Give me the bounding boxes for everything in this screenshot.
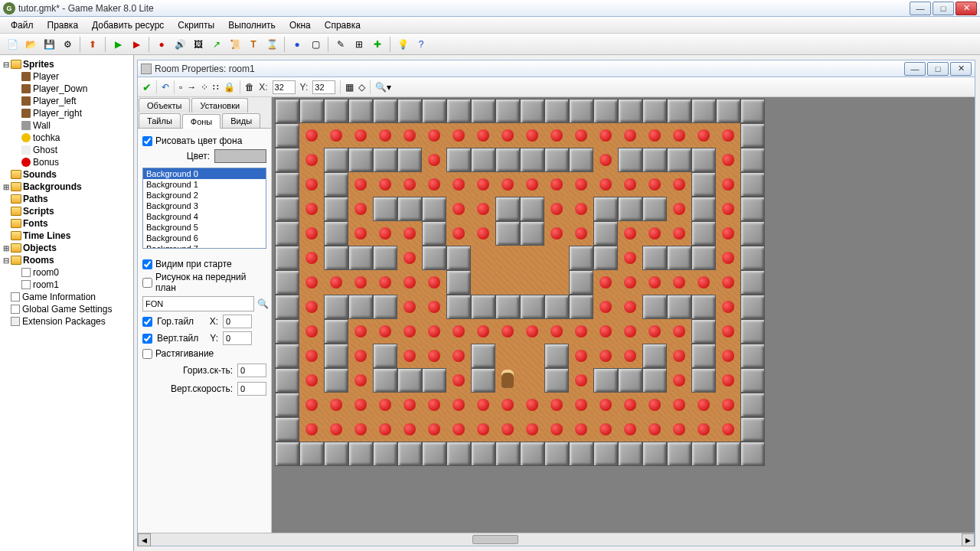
- map-cell[interactable]: [593, 221, 618, 246]
- tree-sprite-item[interactable]: Wall: [2, 119, 132, 132]
- map-cell[interactable]: [422, 270, 446, 295]
- map-cell[interactable]: [397, 99, 422, 123]
- path-icon[interactable]: ↗: [209, 37, 224, 52]
- map-cell[interactable]: [593, 99, 618, 123]
- background-list[interactable]: Background 0Background 1Background 2Back…: [142, 168, 266, 249]
- map-cell[interactable]: [569, 270, 593, 295]
- map-cell[interactable]: [520, 417, 544, 442]
- map-cell[interactable]: [691, 393, 716, 417]
- map-cell[interactable]: [520, 442, 544, 466]
- map-cell[interactable]: [667, 221, 691, 246]
- map-cell[interactable]: [716, 417, 740, 442]
- map-cell[interactable]: [348, 319, 373, 344]
- room-close-button[interactable]: ✕: [950, 62, 972, 76]
- tree-backgrounds[interactable]: ⊞Backgrounds: [2, 181, 132, 193]
- map-cell[interactable]: [544, 148, 569, 172]
- map-cell[interactable]: [324, 295, 348, 319]
- tree-sprite-item[interactable]: tochka: [2, 132, 132, 144]
- vtile-y-input[interactable]: [223, 331, 252, 345]
- map-cell[interactable]: [642, 442, 667, 466]
- map-cell[interactable]: [397, 148, 422, 172]
- room-minimize-button[interactable]: —: [904, 62, 926, 76]
- map-cell[interactable]: [667, 172, 691, 197]
- map-cell[interactable]: [642, 197, 667, 221]
- tree-room-item[interactable]: room1: [2, 279, 132, 291]
- map-cell[interactable]: [740, 197, 765, 221]
- map-cell[interactable]: [422, 123, 446, 148]
- map-cell[interactable]: [667, 393, 691, 417]
- map-cell[interactable]: [642, 172, 667, 197]
- map-cell[interactable]: [691, 319, 716, 344]
- tree-sprites[interactable]: ⊟Sprites: [2, 58, 132, 70]
- map-cell[interactable]: [299, 368, 324, 393]
- grid-icon[interactable]: ▦: [345, 82, 354, 93]
- map-cell[interactable]: [544, 221, 569, 246]
- bg-icon[interactable]: 🖼: [191, 37, 206, 52]
- map-cell[interactable]: [324, 172, 348, 197]
- map-cell[interactable]: [716, 393, 740, 417]
- open-icon[interactable]: 📂: [23, 37, 38, 52]
- map-cell[interactable]: [618, 417, 642, 442]
- map-cell[interactable]: [716, 148, 740, 172]
- map-cell[interactable]: [324, 393, 348, 417]
- sprite-icon[interactable]: ●: [154, 37, 169, 52]
- map-cell[interactable]: [495, 319, 520, 344]
- map-cell[interactable]: [348, 123, 373, 148]
- map-cell[interactable]: [299, 99, 324, 123]
- htile-x-input[interactable]: [223, 315, 252, 328]
- map-cell[interactable]: [299, 197, 324, 221]
- map-cell[interactable]: [373, 417, 397, 442]
- map-cell[interactable]: [716, 344, 740, 368]
- map-cell[interactable]: [373, 246, 397, 270]
- tab-backgrounds[interactable]: Фоны: [182, 114, 220, 129]
- map-cell[interactable]: [446, 221, 471, 246]
- map-cell[interactable]: [642, 270, 667, 295]
- map-cell[interactable]: [520, 221, 544, 246]
- map-cell[interactable]: [618, 197, 642, 221]
- bg-list-item[interactable]: Background 4: [143, 211, 266, 222]
- tab-objects[interactable]: Объекты: [139, 98, 190, 112]
- map-cell[interactable]: [593, 442, 618, 466]
- map-cell[interactable]: [348, 246, 373, 270]
- map-cell[interactable]: [740, 246, 765, 270]
- map-cell[interactable]: [275, 344, 299, 368]
- object-icon[interactable]: ●: [289, 37, 305, 52]
- map-cell[interactable]: [299, 123, 324, 148]
- map-cell[interactable]: [520, 197, 544, 221]
- map-cell[interactable]: [422, 344, 446, 368]
- map-cell[interactable]: [397, 344, 422, 368]
- map-cell[interactable]: [495, 270, 520, 295]
- map-cell[interactable]: [520, 270, 544, 295]
- map-cell[interactable]: [348, 295, 373, 319]
- map-cell[interactable]: [569, 99, 593, 123]
- map-cell[interactable]: [642, 99, 667, 123]
- map-cell[interactable]: [471, 148, 495, 172]
- map-cell[interactable]: [691, 442, 716, 466]
- tab-settings[interactable]: Установки: [191, 98, 248, 112]
- map-cell[interactable]: [740, 319, 765, 344]
- map-cell[interactable]: [422, 197, 446, 221]
- tree-sprite-item[interactable]: Player_left: [2, 95, 132, 107]
- map-cell[interactable]: [520, 172, 544, 197]
- map-cell[interactable]: [495, 442, 520, 466]
- map-cell[interactable]: [618, 442, 642, 466]
- sound-icon[interactable]: 🔊: [172, 37, 188, 52]
- map-cell[interactable]: [716, 270, 740, 295]
- map-cell[interactable]: [397, 221, 422, 246]
- map-cell[interactable]: [716, 99, 740, 123]
- map-cell[interactable]: [348, 148, 373, 172]
- map-cell[interactable]: [667, 148, 691, 172]
- map-cell[interactable]: [593, 172, 618, 197]
- map-cell[interactable]: [642, 295, 667, 319]
- map-cell[interactable]: [544, 172, 569, 197]
- map-cell[interactable]: [691, 221, 716, 246]
- image-browse-icon[interactable]: 🔍: [257, 298, 269, 309]
- tree-sprite-item[interactable]: Bonus: [2, 156, 132, 168]
- map-cell[interactable]: [324, 99, 348, 123]
- map-cell[interactable]: [373, 295, 397, 319]
- map-cell[interactable]: [373, 368, 397, 393]
- map-cell[interactable]: [618, 368, 642, 393]
- vspeed-input[interactable]: [237, 382, 266, 396]
- map-cell[interactable]: [740, 393, 765, 417]
- map-cell[interactable]: [495, 295, 520, 319]
